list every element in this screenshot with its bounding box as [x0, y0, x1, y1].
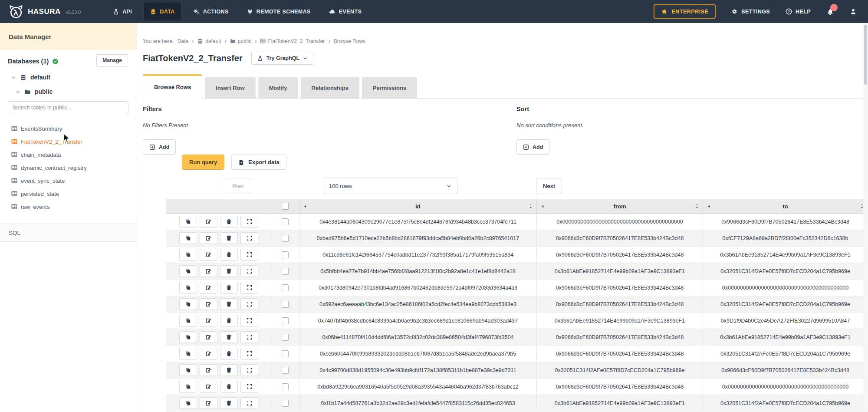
delete-row-button[interactable]: [220, 265, 238, 277]
sidebar-table-item-raw_events[interactable]: raw_events: [11, 200, 133, 213]
delete-row-button[interactable]: [220, 331, 238, 343]
sidebar-table-item-dynamic_contract_registry[interactable]: dynamic_contract_registry: [11, 161, 133, 174]
sidebar-database-default[interactable]: default: [11, 74, 50, 81]
row-checkbox[interactable]: [282, 317, 289, 324]
copy-row-button[interactable]: [179, 315, 197, 326]
delete-row-button[interactable]: [220, 348, 238, 359]
user-icon[interactable]: [850, 8, 857, 15]
delete-row-button[interactable]: [220, 315, 238, 326]
breadcrumb-item-fiattokenv2_2_transfer[interactable]: FiatTokenV2_2_Transfer: [260, 38, 325, 44]
copy-row-button[interactable]: [179, 381, 197, 392]
help-button[interactable]: ? HELP: [786, 8, 811, 15]
copy-row-button[interactable]: [179, 331, 197, 343]
sidebar-table-item-persisted_state[interactable]: persisted_state: [11, 187, 133, 200]
delete-row-button[interactable]: [220, 381, 238, 392]
delete-row-button[interactable]: [220, 282, 238, 293]
row-checkbox[interactable]: [282, 383, 289, 390]
page-size-select[interactable]: 100 rows: [323, 178, 457, 194]
tab-relationships[interactable]: Relationships: [301, 77, 359, 98]
sidebar-schema-public[interactable]: public: [16, 88, 53, 95]
expand-row-button[interactable]: [240, 331, 258, 343]
settings-button[interactable]: SETTINGS: [731, 8, 770, 15]
expand-row-button[interactable]: [240, 315, 258, 326]
nav-item-remote-schemas[interactable]: REMOTE SCHEMAS: [241, 3, 317, 20]
copy-row-button[interactable]: [179, 249, 197, 260]
delete-row-button[interactable]: [220, 397, 238, 409]
delete-row-button[interactable]: [220, 232, 238, 244]
sidebar-table-item-chain_metadata[interactable]: chain_metadata: [11, 148, 133, 161]
copy-row-button[interactable]: [179, 397, 197, 409]
row-checkbox[interactable]: [282, 218, 289, 225]
brand[interactable]: HASURA v2.23.0: [9, 4, 81, 19]
row-checkbox[interactable]: [282, 334, 289, 341]
row-checkbox[interactable]: [282, 350, 289, 357]
try-graphql-button[interactable]: Try GraphQL: [251, 52, 313, 65]
nav-item-api[interactable]: API: [107, 3, 138, 20]
copy-row-button[interactable]: [179, 232, 197, 244]
delete-row-button[interactable]: [220, 216, 238, 227]
copy-row-button[interactable]: [179, 282, 197, 293]
edit-row-button[interactable]: [200, 348, 217, 359]
nav-item-actions[interactable]: ACTIONS: [187, 3, 235, 20]
collapse-column-icon[interactable]: [707, 204, 711, 208]
chevron-down-icon[interactable]: [11, 75, 16, 80]
breadcrumb-item-browse-rows[interactable]: Browse Rows: [334, 38, 365, 44]
nav-item-events[interactable]: EVENTS: [323, 3, 368, 20]
copy-row-button[interactable]: [179, 364, 197, 376]
tab-browse-rows[interactable]: Browse Rows: [143, 74, 202, 99]
expand-row-button[interactable]: [240, 216, 258, 227]
manage-button[interactable]: Manage: [96, 54, 128, 66]
delete-row-button[interactable]: [220, 249, 238, 260]
collapse-column-icon[interactable]: [303, 204, 307, 208]
edit-row-button[interactable]: [200, 265, 217, 277]
run-query-button[interactable]: Run query: [182, 155, 224, 170]
expand-row-button[interactable]: [240, 348, 258, 359]
sidebar-item-sql[interactable]: SQL: [0, 224, 137, 242]
nav-item-data[interactable]: DATA: [144, 3, 181, 20]
tab-modify[interactable]: Modify: [258, 77, 298, 98]
expand-row-button[interactable]: [240, 397, 258, 409]
breadcrumb-item-default[interactable]: default: [197, 38, 221, 44]
row-checkbox[interactable]: [282, 268, 289, 275]
add-sort-button[interactable]: Add: [516, 139, 549, 155]
copy-row-button[interactable]: [179, 348, 197, 359]
chevron-down-icon[interactable]: [16, 89, 20, 94]
breadcrumb-item-data[interactable]: Data: [178, 38, 188, 44]
row-checkbox[interactable]: [282, 400, 289, 407]
sidebar-table-item-FiatTokenV2_2_Transfer[interactable]: FiatTokenV2_2_Transfer: [11, 135, 133, 148]
row-checkbox[interactable]: [282, 301, 289, 308]
enterprise-button[interactable]: ENTERPRISE: [654, 4, 716, 19]
sort-column-icon[interactable]: [529, 204, 533, 209]
edit-row-button[interactable]: [200, 381, 217, 392]
edit-row-button[interactable]: [200, 331, 217, 343]
edit-row-button[interactable]: [200, 298, 217, 310]
table-search-input[interactable]: [8, 101, 128, 114]
next-page-button[interactable]: Next: [536, 178, 562, 194]
copy-row-button[interactable]: [179, 216, 197, 227]
row-checkbox[interactable]: [282, 251, 289, 258]
expand-row-button[interactable]: [240, 364, 258, 376]
notifications-button[interactable]: [826, 8, 834, 16]
collapse-column-icon[interactable]: [541, 204, 545, 208]
copy-row-button[interactable]: [179, 265, 197, 277]
delete-row-button[interactable]: [220, 298, 238, 310]
sidebar-table-item-event_sync_state[interactable]: event_sync_state: [11, 174, 133, 187]
add-filter-button[interactable]: Add: [143, 139, 176, 155]
expand-row-button[interactable]: [240, 265, 258, 277]
expand-row-button[interactable]: [240, 249, 258, 260]
scrollbar-thumb[interactable]: [864, 25, 867, 85]
edit-row-button[interactable]: [200, 282, 217, 293]
edit-row-button[interactable]: [200, 364, 217, 376]
select-all-checkbox[interactable]: [282, 203, 289, 210]
tab-insert-row[interactable]: Insert Row: [205, 77, 255, 98]
vertical-scrollbar[interactable]: [863, 23, 868, 412]
expand-row-button[interactable]: [240, 282, 258, 293]
row-checkbox[interactable]: [282, 367, 289, 374]
export-data-button[interactable]: Export data: [231, 155, 286, 170]
edit-row-button[interactable]: [200, 397, 217, 409]
copy-row-button[interactable]: [179, 298, 197, 310]
expand-row-button[interactable]: [240, 381, 258, 392]
sort-column-icon[interactable]: [695, 204, 699, 209]
breadcrumb-item-public[interactable]: public: [230, 38, 251, 44]
edit-row-button[interactable]: [200, 216, 217, 227]
